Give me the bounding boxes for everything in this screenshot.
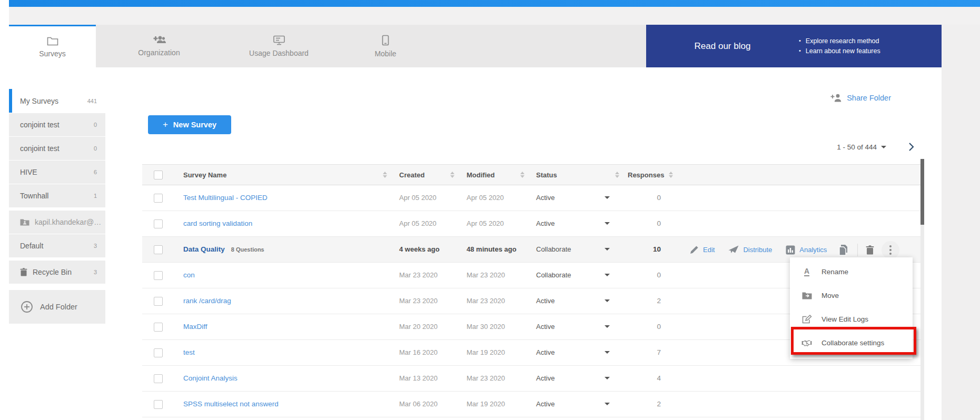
sidebar-item-my-surveys[interactable]: My Surveys 441 (9, 89, 105, 113)
responses-cell: 0 (632, 219, 661, 227)
status-dropdown-caret[interactable] (605, 196, 610, 199)
row-checkbox[interactable] (154, 297, 163, 306)
status-dropdown-caret[interactable] (605, 377, 610, 379)
folder-count: 441 (87, 98, 97, 104)
survey-name-link[interactable]: MaxDiff (183, 323, 207, 331)
created-cell: Mar 13 2020 (399, 374, 438, 382)
share-folder-button[interactable]: Share Folder (830, 94, 891, 102)
col-responses: Responses (628, 171, 664, 179)
menu-label: View Edit Logs (821, 315, 868, 323)
status-dropdown-caret[interactable] (605, 351, 610, 354)
page-gutter (942, 25, 980, 420)
row-checkbox[interactable] (154, 245, 163, 254)
sort-created-icon[interactable] (383, 172, 387, 178)
row-checkbox[interactable] (154, 194, 163, 203)
sort-responses-icon[interactable] (615, 172, 619, 178)
status-dropdown-caret[interactable] (605, 403, 610, 405)
shared-folder-icon (20, 218, 29, 226)
tab-label: Mobile (374, 49, 396, 58)
sort-responses-icon[interactable] (669, 172, 673, 178)
table-row: card sorting validation Apr 05 2020 Apr … (142, 211, 920, 237)
modified-cell: Apr 05 2020 (467, 219, 504, 227)
created-cell: Mar 23 2020 (399, 297, 438, 305)
row-checkbox[interactable] (154, 400, 163, 409)
sidebar-item-recycle-bin[interactable]: Recycle Bin 3 (9, 261, 105, 284)
share-folder-label: Share Folder (847, 94, 891, 102)
row-checkbox[interactable] (154, 323, 163, 332)
new-survey-button[interactable]: + New Survey (148, 115, 231, 134)
move-folder-icon (801, 292, 812, 299)
bar-chart-icon (786, 245, 795, 255)
edit-button[interactable]: Edit (690, 245, 715, 254)
blog-banner[interactable]: Read our blog Explore research method Le… (646, 25, 942, 67)
survey-name: MaxDiff (183, 323, 207, 331)
status-dropdown-caret[interactable] (605, 248, 610, 251)
folder-count: 0 (94, 145, 97, 152)
analytics-label: Analytics (799, 246, 827, 254)
sidebar-item-default[interactable]: Default 3 (9, 234, 105, 257)
sidebar-item-hive[interactable]: HIVE 6 (9, 161, 105, 184)
status-dropdown-caret[interactable] (605, 274, 610, 276)
status-cell: Collaborate (536, 245, 571, 253)
pagination-range: 1 - 50 of 444 (837, 143, 877, 151)
copy-icon (838, 244, 849, 256)
created-cell: Mar 06 2020 (399, 400, 438, 408)
status-dropdown-caret[interactable] (605, 325, 610, 328)
menu-item-rename[interactable]: A Rename (790, 260, 913, 284)
modified-cell: Mar 30 2020 (467, 323, 505, 331)
tab-usage-dashboard[interactable]: Usage Dashboard (222, 25, 335, 67)
folder-label: kapil.khandekar@que... (35, 218, 105, 226)
created-cell: Mar 16 2020 (399, 348, 438, 356)
survey-name-link[interactable]: card sorting validation (183, 219, 252, 227)
survey-name-link[interactable]: Data Quality8 Questions (183, 245, 264, 253)
survey-name-link[interactable]: con (183, 271, 195, 279)
next-page-chevron[interactable] (908, 142, 914, 152)
folder-label: Townhall (20, 192, 48, 200)
modified-cell: Mar 23 2020 (467, 271, 505, 279)
menu-label: Move (821, 292, 839, 299)
paper-plane-icon (728, 245, 739, 254)
delete-survey-button[interactable] (866, 245, 874, 255)
status-dropdown-caret[interactable] (605, 299, 610, 302)
tab-label: Organization (138, 48, 180, 57)
pagination-dropdown-caret[interactable] (881, 146, 886, 148)
tab-surveys[interactable]: Surveys (9, 25, 96, 67)
created-cell: Mar 23 2020 (399, 271, 438, 279)
survey-name-link[interactable]: Conjoint Analysis (183, 374, 237, 382)
scrollbar-handle[interactable] (920, 159, 924, 225)
select-all-checkbox[interactable] (154, 171, 163, 179)
pagination: 1 - 50 of 444 (837, 142, 914, 152)
sidebar-item-shared-folder[interactable]: kapil.khandekar@que... (9, 211, 105, 234)
sort-modified-icon[interactable] (450, 172, 454, 178)
mobile-phone-icon (382, 35, 389, 46)
survey-name-link[interactable]: Test Multilingual - COPIED (183, 194, 268, 202)
row-checkbox[interactable] (154, 348, 163, 357)
survey-name: con (183, 271, 195, 279)
trash-icon (866, 245, 874, 255)
copy-survey-button[interactable] (838, 244, 849, 256)
status-cell: Collaborate (536, 271, 571, 279)
table-header: Survey Name Created Modified Status Resp… (142, 164, 920, 185)
sort-status-icon[interactable] (520, 172, 524, 178)
col-status: Status (536, 171, 557, 179)
analytics-button[interactable]: Analytics (786, 245, 827, 255)
add-folder-button[interactable]: Add Folder (9, 290, 105, 324)
survey-name-link[interactable]: SPSS multiselect not answerd (183, 400, 279, 408)
row-checkbox[interactable] (154, 219, 163, 228)
sidebar-item-townhall[interactable]: Townhall 1 (9, 184, 105, 207)
menu-item-move[interactable]: Move (790, 284, 913, 307)
tab-mobile[interactable]: Mobile (335, 25, 435, 67)
row-checkbox[interactable] (154, 374, 163, 383)
row-checkbox[interactable] (154, 271, 163, 280)
add-folder-label: Add Folder (40, 303, 77, 311)
survey-name-link[interactable]: test (183, 348, 195, 356)
tab-organization[interactable]: Organization (96, 25, 222, 67)
sidebar-item-conjoint-test-2[interactable]: conjoint test 0 (9, 137, 105, 160)
sidebar-item-conjoint-test-1[interactable]: conjoint test 0 (9, 113, 105, 136)
folder-count: 3 (94, 243, 97, 249)
status-dropdown-caret[interactable] (605, 222, 610, 225)
folder-label: HIVE (20, 168, 37, 176)
more-options-kebab-button[interactable] (882, 241, 899, 259)
distribute-button[interactable]: Distribute (728, 245, 772, 254)
survey-name-link[interactable]: rank /card/drag (183, 297, 231, 305)
